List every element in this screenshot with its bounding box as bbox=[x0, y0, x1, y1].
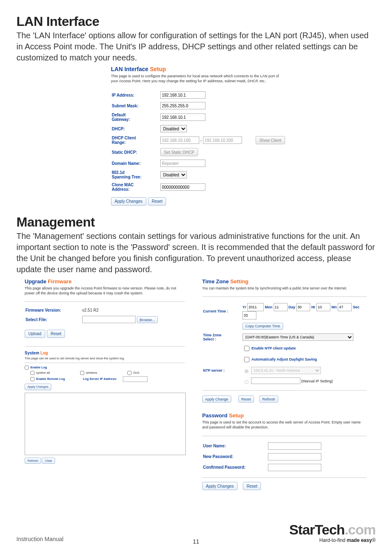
file-input[interactable] bbox=[82, 316, 136, 323]
ntp-radio-2 bbox=[244, 380, 249, 384]
mon-input[interactable] bbox=[274, 303, 288, 311]
syslog-clear-button[interactable]: Clear bbox=[42, 458, 55, 464]
tz-desc: You can maintain the system time by sync… bbox=[202, 286, 358, 291]
intro-lan: The 'LAN Interface' options allow for co… bbox=[16, 30, 376, 63]
lan-apply-button[interactable]: Apply Changes bbox=[111, 197, 146, 206]
enable-ntp-check[interactable] bbox=[244, 346, 249, 351]
logo-tagline: Hard-to-find made easy® bbox=[289, 537, 376, 543]
static-dhcp-label: Static DHCP: bbox=[112, 147, 159, 157]
logo-text-b: .com bbox=[345, 522, 376, 537]
tz-form: Current Time : Yr Mon Day Hr Mn Sec C bbox=[202, 301, 371, 386]
copy-time-button[interactable]: Copy Computer Time bbox=[242, 323, 283, 330]
dhcp-select[interactable]: Disabled bbox=[160, 125, 187, 132]
spanning-label: 802.1dSpanning Tree: bbox=[112, 169, 159, 180]
dos-check[interactable] bbox=[127, 371, 131, 375]
select-file-label: Select File: bbox=[25, 315, 81, 324]
user-name-input[interactable] bbox=[268, 442, 321, 450]
tz-reset-button[interactable]: Reset bbox=[238, 396, 254, 403]
logo-text-a: StarTech bbox=[289, 522, 345, 537]
enable-ntp-label: Enable NTP client update bbox=[251, 346, 296, 350]
intro-management: The 'Management' sections contain settin… bbox=[16, 231, 376, 275]
syslog-desc: This page can be used to set remote log … bbox=[25, 356, 185, 360]
yr-label: Yr bbox=[242, 305, 247, 309]
gateway-input[interactable] bbox=[160, 113, 205, 121]
new-pwd-label: New Password: bbox=[203, 452, 267, 462]
tz-refresh-button[interactable]: Refresh bbox=[259, 396, 278, 403]
tz-apply-button[interactable]: Apply Change bbox=[202, 396, 231, 403]
timezone-panel: Time Zone Setting You can maintain the s… bbox=[202, 278, 371, 403]
mon-label: Mon bbox=[265, 305, 273, 309]
new-pwd-input[interactable] bbox=[268, 453, 321, 460]
yr-input[interactable] bbox=[247, 303, 264, 311]
domain-input bbox=[160, 160, 205, 167]
set-static-dhcp-button: Set Static DHCP bbox=[160, 148, 198, 156]
upgrade-form: Firmware Version: v2.51 R2 Select File: … bbox=[25, 306, 161, 325]
subnet-label: Subnet Mask: bbox=[112, 101, 159, 111]
lan-setup-desc: This page is used to configure the param… bbox=[111, 74, 284, 83]
manual-ip-input bbox=[251, 377, 300, 384]
system-all-check[interactable] bbox=[30, 371, 35, 375]
current-time-label: Current Time : bbox=[203, 302, 242, 321]
password-panel: Password Setup This page is used to set … bbox=[202, 412, 371, 490]
subnet-input[interactable] bbox=[160, 102, 205, 109]
dhcp-label: DHCP: bbox=[112, 124, 159, 134]
dhcp-range-from bbox=[160, 137, 199, 144]
sec-input[interactable] bbox=[242, 311, 256, 319]
ntp-radio-1 bbox=[244, 369, 249, 373]
hr-input[interactable] bbox=[316, 303, 330, 311]
lan-title-part1: LAN Interface bbox=[111, 66, 148, 72]
auto-dst-label: Automatically Adjust Daylight Saving bbox=[251, 357, 317, 361]
system-all-label: system all bbox=[36, 371, 50, 375]
ip-input[interactable] bbox=[160, 91, 205, 99]
range-sep: - bbox=[201, 138, 202, 143]
sec-label: Sec bbox=[353, 305, 360, 309]
day-label: Day bbox=[288, 305, 295, 309]
hr-label: Hr bbox=[311, 305, 316, 309]
lan-reset-button[interactable]: Reset bbox=[148, 197, 166, 206]
day-input[interactable] bbox=[296, 303, 310, 311]
enable-log-label: Enable Log bbox=[30, 366, 47, 369]
dos-label: DoS bbox=[133, 371, 139, 375]
pwd-apply-button[interactable]: Apply Changes bbox=[202, 482, 238, 490]
gateway-label: DefaultGateway: bbox=[112, 111, 159, 123]
fw-version-label: Firmware Version: bbox=[25, 307, 81, 314]
heading-management: Management bbox=[16, 215, 376, 230]
ntp-server-label: NTP server : bbox=[203, 366, 242, 375]
log-server-input[interactable] bbox=[123, 376, 148, 382]
upload-button[interactable]: Upload bbox=[25, 330, 45, 338]
confirm-pwd-label: Confirmed Password: bbox=[203, 463, 267, 472]
mn-input[interactable] bbox=[338, 303, 352, 311]
domain-label: Domain Name: bbox=[112, 158, 159, 168]
tz-select-label: Time ZoneSelect : bbox=[203, 332, 242, 342]
mn-label: Mn bbox=[332, 305, 337, 309]
upgrade-desc: This page allows you upgrade the Access … bbox=[25, 286, 185, 296]
lan-title-part2: Setup bbox=[148, 66, 166, 72]
syslog-refresh-button[interactable]: Refresh bbox=[25, 458, 41, 464]
lan-setup-panel: LAN Interface Setup This page is used to… bbox=[111, 66, 366, 206]
startech-logo: StarTech.com Hard-to-find made easy® bbox=[289, 523, 376, 543]
log-textarea[interactable] bbox=[25, 393, 186, 455]
enable-remote-check[interactable] bbox=[30, 377, 35, 381]
heading-lan: LAN Interface bbox=[16, 14, 376, 29]
spanning-select[interactable]: Disabled bbox=[160, 171, 187, 178]
ip-label: IP Address: bbox=[112, 90, 159, 100]
wireless-label: wireless bbox=[86, 371, 97, 375]
confirm-pwd-input[interactable] bbox=[268, 464, 321, 471]
upgrade-reset-button[interactable]: Reset bbox=[47, 330, 65, 338]
tz-select[interactable]: (GMT-05:00)Eastern Time (US & Canada) bbox=[242, 333, 353, 341]
enable-log-check[interactable] bbox=[25, 366, 29, 370]
fw-version-value: v2.51 R2 bbox=[82, 307, 160, 314]
tz-title: Time Zone Setting bbox=[202, 278, 371, 285]
system-log-panel: System Log This page can be used to set … bbox=[25, 351, 185, 464]
upgrade-firmware-panel: Upgrade Firmware This page allows you up… bbox=[25, 278, 194, 347]
browse-button[interactable]: Browse... bbox=[137, 316, 158, 323]
clone-mac-input[interactable] bbox=[160, 183, 205, 191]
wireless-check[interactable] bbox=[80, 371, 84, 375]
auto-dst-check[interactable] bbox=[244, 357, 249, 362]
page-number: 11 bbox=[193, 538, 199, 545]
pwd-form: User Name: New Password: Confirmed Passw… bbox=[202, 440, 325, 473]
syslog-apply-button[interactable]: Apply Changes bbox=[25, 384, 51, 390]
footer-text: Instruction Manual bbox=[16, 536, 63, 542]
lan-settings-table: IP Address: Subnet Mask: DefaultGateway:… bbox=[111, 89, 288, 194]
pwd-reset-button[interactable]: Reset bbox=[243, 482, 261, 490]
